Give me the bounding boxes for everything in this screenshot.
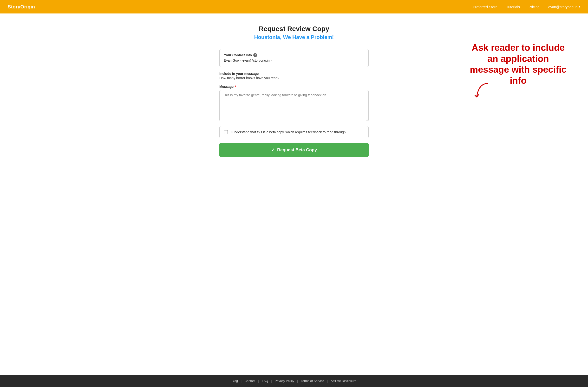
message-label: Message *: [219, 85, 369, 89]
message-section: Message *: [219, 85, 369, 121]
footer-affiliate-disclosure[interactable]: Affiliate Disclosure: [328, 379, 359, 383]
beta-checkbox[interactable]: [224, 130, 228, 134]
book-title: Houstonia, We Have a Problem!: [254, 34, 334, 41]
message-textarea[interactable]: [219, 90, 369, 121]
footer-faq[interactable]: FAQ: [259, 379, 271, 383]
annotation-overlay: Ask reader to include an application mes…: [468, 42, 569, 86]
required-star: *: [234, 85, 236, 89]
footer-terms-of-service[interactable]: Terms of Service: [298, 379, 327, 383]
nav-user-menu[interactable]: evan@storyorig.in ▾: [548, 5, 580, 9]
nav-pricing[interactable]: Pricing: [528, 5, 540, 9]
include-label: Include in your message: [219, 72, 369, 76]
top-nav: StoryOrigin Preferred Store Tutorials Pr…: [0, 0, 588, 14]
nav-tutorials[interactable]: Tutorials: [506, 5, 520, 9]
info-icon[interactable]: ?: [253, 53, 257, 57]
footer-blog[interactable]: Blog: [229, 379, 241, 383]
beta-checkbox-row: I understand that this is a beta copy, w…: [219, 126, 369, 138]
include-section: Include in your message How many horror …: [219, 72, 369, 80]
footer-links: Blog | Contact | FAQ | Privacy Policy | …: [229, 379, 359, 383]
submit-label: Request Beta Copy: [277, 147, 317, 153]
submit-button[interactable]: ✓ Request Beta Copy: [219, 143, 369, 157]
nav-links: Preferred Store Tutorials Pricing evan@s…: [473, 5, 581, 9]
chevron-down-icon: ▾: [579, 5, 580, 8]
contact-info-label: Your Contact Info ?: [224, 53, 364, 57]
annotation-text: Ask reader to include an application mes…: [468, 42, 569, 86]
beta-checkbox-label[interactable]: I understand that this is a beta copy, w…: [231, 130, 346, 134]
nav-preferred-store[interactable]: Preferred Store: [473, 5, 498, 9]
nav-user-email: evan@storyorig.in: [548, 5, 577, 9]
main-content: Request Review Copy Houstonia, We Have a…: [0, 14, 588, 375]
include-value: How many horror books have you read?: [219, 76, 369, 80]
checkmark-icon: ✓: [271, 147, 275, 153]
contact-info-box: Your Contact Info ? Evan Gow <evan@story…: [219, 49, 369, 67]
footer-privacy-policy[interactable]: Privacy Policy: [272, 379, 297, 383]
footer-contact[interactable]: Contact: [242, 379, 258, 383]
brand-logo[interactable]: StoryOrigin: [8, 4, 35, 10]
request-form: Your Contact Info ? Evan Gow <evan@story…: [219, 49, 369, 157]
page-title: Request Review Copy: [259, 25, 329, 33]
contact-info-value: Evan Gow <evan@storyorig.in>: [224, 59, 364, 62]
footer: Blog | Contact | FAQ | Privacy Policy | …: [0, 375, 588, 387]
